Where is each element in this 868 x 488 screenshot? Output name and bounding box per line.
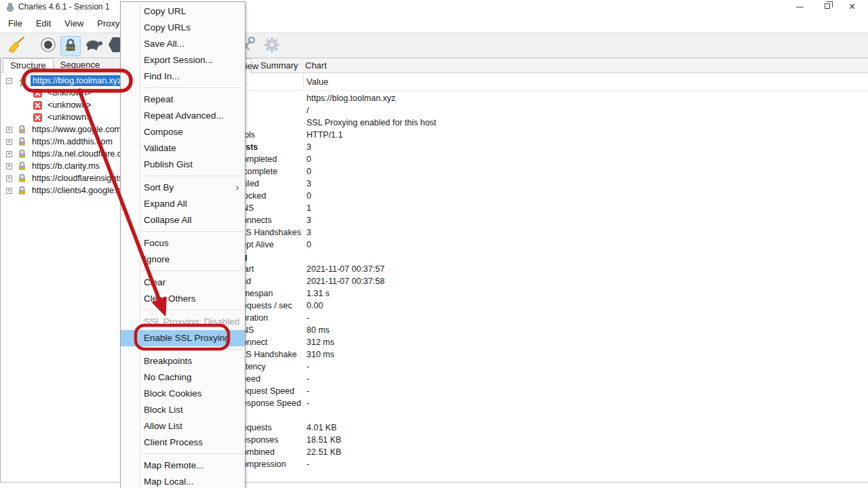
tree-item-label: <unknown> xyxy=(45,100,94,110)
menu-item-block-list[interactable]: Block List xyxy=(121,402,245,418)
table-row[interactable]: Requests3 xyxy=(212,142,868,154)
table-row[interactable]: Completed0 xyxy=(212,154,868,166)
menu-item-allow-list[interactable]: Allow List xyxy=(121,418,245,434)
throttle-button[interactable] xyxy=(83,36,104,56)
table-row[interactable]: Combined22.51 KB xyxy=(212,447,868,459)
menu-item-clear[interactable]: Clear xyxy=(121,274,245,291)
menu-item-no-caching[interactable]: No Caching xyxy=(121,369,245,386)
menu-item-map-remote[interactable]: Map Remote... xyxy=(121,458,245,474)
menubar-item-view[interactable]: View xyxy=(58,15,90,33)
table-row[interactable]: Failed3 xyxy=(212,178,868,190)
row-value: HTTP/1.1 xyxy=(307,130,343,140)
expand-expander-icon[interactable]: + xyxy=(6,188,12,194)
menubar-item-file[interactable]: File xyxy=(1,15,29,33)
table-row[interactable]: Connect312 ms xyxy=(212,337,868,349)
tab-sequence[interactable]: Sequence xyxy=(54,58,107,73)
collapse-expander-icon[interactable]: − xyxy=(6,78,12,84)
table-row[interactable]: Requests4.01 KB xyxy=(212,422,868,434)
menu-item-collapse-all[interactable]: Collapse All xyxy=(121,212,245,228)
menu-item-copy-urls[interactable]: Copy URLs xyxy=(121,20,245,36)
table-row[interactable]: Blocked0 xyxy=(212,190,868,203)
table-row[interactable]: Requests / sec0.00 xyxy=(212,300,868,312)
menu-item-breakpoints[interactable]: Breakpoints xyxy=(121,353,245,369)
row-name: Response Speed xyxy=(236,399,301,408)
table-row[interactable]: Latency- xyxy=(212,361,868,373)
table-row[interactable]: Timespan1.31 s xyxy=(212,288,868,300)
menu-item-export-session[interactable]: Export Session... xyxy=(121,52,245,68)
expand-expander-icon[interactable]: + xyxy=(6,151,12,157)
table-row[interactable]: Duration- xyxy=(212,312,868,325)
menu-item-compose[interactable]: Compose xyxy=(121,124,245,140)
record-button[interactable] xyxy=(38,36,58,56)
row-value: - xyxy=(307,399,309,408)
lock-icon xyxy=(18,125,26,134)
table-row[interactable]: Speed- xyxy=(212,373,868,386)
ssl-lock-icon xyxy=(62,37,79,56)
table-row[interactable]: Request Speed- xyxy=(212,386,868,398)
tree-item-label: https://m.addthis.com xyxy=(30,136,115,147)
menu-item-ignore[interactable]: Ignore xyxy=(121,251,245,268)
menu-separator xyxy=(121,268,245,274)
table-row[interactable]: Connects3 xyxy=(212,215,868,227)
menu-item-focus[interactable]: Focus xyxy=(121,235,245,251)
menu-item-expand-all[interactable]: Expand All xyxy=(121,196,245,212)
lock-icon xyxy=(18,161,26,171)
table-row[interactable]: Path/ xyxy=(212,105,868,117)
detail-panel: OverviewSummaryChart Value Hosthttps://b… xyxy=(212,58,868,482)
menu-item-map-local[interactable]: Map Local... xyxy=(121,474,245,488)
table-row[interactable]: TLS Handshake310 ms xyxy=(212,349,868,361)
table-row[interactable]: Kept Alive0 xyxy=(212,239,868,251)
menu-separator xyxy=(121,307,245,314)
menu-item-copy-url[interactable]: Copy URL xyxy=(121,3,245,20)
table-row[interactable]: Compression- xyxy=(212,459,868,471)
expand-expander-icon[interactable]: + xyxy=(6,163,12,169)
menu-item-client-process[interactable]: Client Process xyxy=(121,434,245,451)
settings-button[interactable] xyxy=(262,36,282,56)
expand-expander-icon[interactable]: + xyxy=(6,139,12,145)
tab-chart[interactable]: Chart xyxy=(297,58,326,73)
table-row[interactable]: ProtocolsHTTP/1.1 xyxy=(212,129,868,142)
menu-item-find-in[interactable]: Find In... xyxy=(121,68,245,85)
chevron-right-icon: › xyxy=(236,180,239,196)
row-value: 3 xyxy=(307,179,311,188)
menu-separator xyxy=(121,85,245,92)
tab-summary[interactable]: Summary xyxy=(252,58,294,73)
minimize-icon xyxy=(796,7,804,7)
tree-item-label: https://www.google.com xyxy=(30,124,123,135)
table-row[interactable]: Hosthttps://blog.toolman.xyz xyxy=(212,93,868,105)
row-value: 22.51 KB xyxy=(307,447,341,457)
menu-item-repeat-advanced[interactable]: Repeat Advanced... xyxy=(121,108,245,124)
table-row[interactable]: Size xyxy=(212,410,868,422)
menu-item-repeat[interactable]: Repeat xyxy=(121,92,245,108)
column-divider xyxy=(303,75,304,89)
row-value: 310 ms xyxy=(307,350,334,359)
expand-expander-icon[interactable]: + xyxy=(6,176,12,182)
table-row[interactable]: DNS1 xyxy=(212,203,868,215)
row-value: 3 xyxy=(307,228,311,237)
window-title: Charles 4.6.1 - Session 1 xyxy=(18,2,110,12)
menubar-item-edit[interactable]: Edit xyxy=(29,15,58,33)
table-row[interactable]: DNS80 ms xyxy=(212,325,868,337)
tab-structure[interactable]: Structure xyxy=(3,58,54,73)
menu-item-clear-others[interactable]: Clear Others xyxy=(121,291,245,307)
menu-item-enable-ssl-proxying[interactable]: Enable SSL Proxying xyxy=(121,330,245,346)
table-row[interactable]: End2021-11-07 00:37:58 xyxy=(212,276,868,288)
expand-expander-icon[interactable]: + xyxy=(6,127,12,133)
clear-session-button[interactable] xyxy=(6,36,26,56)
menu-item-sort-by[interactable]: Sort By› xyxy=(121,180,245,196)
menu-item-validate[interactable]: Validate xyxy=(121,140,245,157)
menu-item-publish-gist[interactable]: Publish Gist xyxy=(121,157,245,173)
menu-item-save-all[interactable]: Save All... xyxy=(121,36,245,52)
table-row[interactable]: Response Speed- xyxy=(212,398,868,410)
table-row[interactable]: Responses18.51 KB xyxy=(212,434,868,447)
table-row[interactable]: Incomplete0 xyxy=(212,166,868,178)
table-row[interactable]: TLS Handshakes3 xyxy=(212,227,868,239)
table-row[interactable]: Timing xyxy=(212,251,868,264)
table-row[interactable]: NotesSSL Proxying enabled for this host xyxy=(212,117,868,129)
menu-item-block-cookies[interactable]: Block Cookies xyxy=(121,386,245,402)
table-row[interactable]: Start2021-11-07 00:37:57 xyxy=(212,264,868,276)
menu-item-ssl-proxying-disabled: SSL Proxying: Disabled xyxy=(121,314,245,330)
row-value: 1 xyxy=(307,203,311,213)
ssl-proxying-button[interactable] xyxy=(60,36,81,56)
row-value: 3 xyxy=(307,142,311,152)
